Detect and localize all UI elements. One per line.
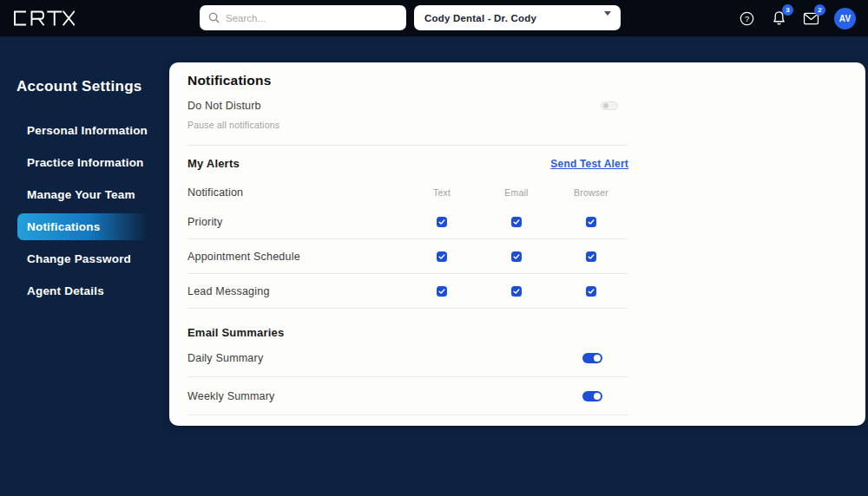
email-checkbox[interactable] <box>511 217 522 227</box>
alert-row: Lead Messaging <box>187 274 628 309</box>
browser-checkbox[interactable] <box>586 217 596 227</box>
alert-row: Appointment Schedule <box>187 239 628 274</box>
alert-cell-browser <box>554 217 628 227</box>
sidebar-item-change-password[interactable]: Change Password <box>0 243 169 275</box>
crtx-logo-icon <box>12 9 75 28</box>
text-checkbox[interactable] <box>437 217 447 227</box>
sidebar-item-personal-information[interactable]: Personal Information <box>0 114 169 147</box>
page-title: Notifications <box>187 73 628 88</box>
alert-row-label: Priority <box>187 216 404 228</box>
check-icon <box>438 219 445 225</box>
check-icon <box>513 253 520 260</box>
notifications-badge: 3 <box>782 4 793 16</box>
alert-cell-text <box>404 286 479 297</box>
messages-button[interactable]: 2 <box>802 10 819 27</box>
sidebar-item-notifications[interactable]: Notifications <box>0 211 169 243</box>
browser-checkbox[interactable] <box>586 251 596 262</box>
summary-row-label: Weekly Summary <box>187 390 275 402</box>
search-icon <box>208 12 220 23</box>
alert-cell-email <box>479 217 554 227</box>
text-checkbox[interactable] <box>437 286 447 297</box>
column-header-email: Email <box>479 187 554 198</box>
do-not-disturb-label: Do Not Disturb <box>187 100 261 112</box>
browser-checkbox[interactable] <box>586 286 596 297</box>
text-checkbox[interactable] <box>437 251 447 262</box>
messages-badge: 2 <box>814 4 825 16</box>
chevron-down-icon <box>604 11 611 16</box>
alert-cell-browser <box>554 251 628 262</box>
column-header-browser: Browser <box>554 187 628 198</box>
email-checkbox[interactable] <box>511 286 522 297</box>
toggle-knob <box>603 103 608 108</box>
email-checkbox[interactable] <box>511 251 522 262</box>
topbar: Cody Dental - Dr. Cody ? 3 2 AV <box>0 0 868 36</box>
sidebar-item-practice-information[interactable]: Practice Information <box>0 147 169 179</box>
help-icon: ? <box>740 11 754 26</box>
toggle-knob <box>594 393 601 400</box>
check-icon <box>588 219 595 225</box>
sidebar-item-label: Personal Information <box>27 124 148 137</box>
do-not-disturb-row: Do Not Disturb <box>187 100 628 112</box>
sidebar-item-label: Manage Your Team <box>27 188 135 201</box>
sidebar-title: Account Settings <box>16 78 169 95</box>
alert-row-label: Lead Messaging <box>187 285 404 297</box>
check-icon <box>438 288 445 295</box>
alert-cell-text <box>404 217 479 227</box>
alerts-table-header: Notification Text Email Browser <box>187 180 628 205</box>
notifications-button[interactable]: 3 <box>770 10 787 27</box>
sidebar-item-manage-your-team[interactable]: Manage Your Team <box>0 179 169 211</box>
alert-cell-email <box>479 286 554 297</box>
alerts-table: Notification Text Email Browser Priority… <box>187 180 628 309</box>
user-avatar[interactable]: AV <box>834 8 856 29</box>
column-header-text: Text <box>404 187 479 198</box>
check-icon <box>588 288 595 295</box>
weekly-summary-toggle[interactable] <box>582 391 602 401</box>
sidebar-item-label: Practice Information <box>27 156 144 169</box>
account-selector-dropdown[interactable]: Cody Dental - Dr. Cody <box>414 5 621 30</box>
email-summaries-list: Daily SummaryWeekly Summary <box>187 339 628 415</box>
do-not-disturb-description: Pause all notifications <box>187 120 628 130</box>
topbar-icons: ? 3 2 AV <box>738 0 868 36</box>
account-selector-value: Cody Dental - Dr. Cody <box>424 13 536 23</box>
search-input[interactable] <box>226 13 398 23</box>
my-alerts-title: My Alerts <box>187 157 240 170</box>
do-not-disturb-toggle[interactable] <box>601 101 618 110</box>
summary-row: Weekly Summary <box>187 377 628 415</box>
section-divider <box>187 145 628 146</box>
alert-cell-email <box>479 251 554 262</box>
check-icon <box>438 253 445 260</box>
sidebar-item-label: Notifications <box>27 220 100 233</box>
send-test-alert-link[interactable]: Send Test Alert <box>550 158 628 170</box>
alert-row: Priority <box>187 205 628 239</box>
sidebar-item-agent-details[interactable]: Agent Details <box>0 275 169 307</box>
my-alerts-header: My Alerts Send Test Alert <box>187 157 628 170</box>
daily-summary-toggle[interactable] <box>582 353 602 363</box>
email-summaries-title: Email Summaries <box>187 326 628 339</box>
check-icon <box>513 219 520 225</box>
column-header-notification: Notification <box>187 186 404 199</box>
account-settings-sidebar: Account Settings Personal InformationPra… <box>0 36 169 496</box>
search-box[interactable] <box>200 5 406 30</box>
crtx-logo[interactable] <box>12 9 75 28</box>
summary-row: Daily Summary <box>187 339 628 377</box>
notifications-settings-card: Notifications Do Not Disturb Pause all n… <box>169 62 865 426</box>
alert-cell-text <box>404 251 479 262</box>
check-icon <box>513 288 520 295</box>
check-icon <box>588 253 595 260</box>
sidebar-menu: Personal InformationPractice Information… <box>0 114 169 307</box>
sidebar-item-label: Agent Details <box>27 284 104 297</box>
alert-cell-browser <box>554 286 628 297</box>
help-button[interactable]: ? <box>738 10 755 27</box>
summary-row-label: Daily Summary <box>187 352 263 364</box>
sidebar-item-label: Change Password <box>27 252 131 265</box>
alert-row-label: Appointment Schedule <box>187 251 404 263</box>
alerts-table-body: PriorityAppointment ScheduleLead Messagi… <box>187 205 628 309</box>
svg-text:?: ? <box>744 13 748 23</box>
toggle-knob <box>594 355 601 362</box>
